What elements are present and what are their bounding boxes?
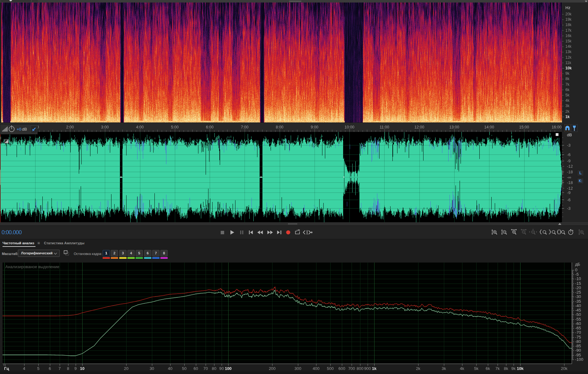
svg-text:+0: +0 — [17, 127, 21, 132]
svg-text:dB: dB — [22, 127, 27, 132]
